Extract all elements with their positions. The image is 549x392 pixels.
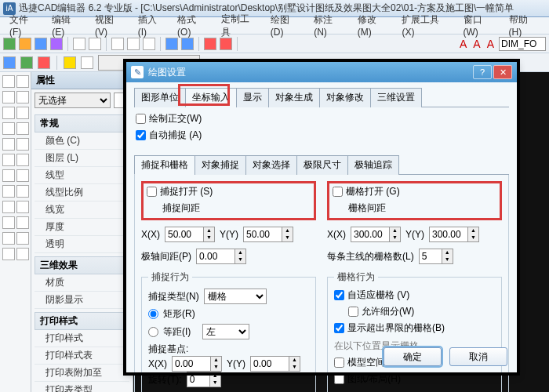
menu-window[interactable]: 窗口(W)	[457, 12, 503, 39]
redo-icon[interactable]	[181, 38, 194, 50]
menu-help[interactable]: 帮助(H)	[503, 12, 546, 39]
chk-snap-on[interactable]: 捕捉打开 (S)	[147, 185, 311, 198]
line-icon[interactable]	[2, 75, 15, 88]
layer-mgr-icon[interactable]	[20, 56, 33, 69]
dialog-title-bar[interactable]: ✎ 绘图设置 ? ✕	[126, 62, 517, 82]
subtab-limits[interactable]: 极限尺寸	[296, 155, 348, 175]
chk-adaptive[interactable]: 自适应栅格 (V)	[334, 289, 495, 302]
copy2-icon[interactable]	[16, 201, 29, 213]
subtab-osnap[interactable]: 对象捕捉	[195, 155, 246, 175]
point-icon[interactable]	[16, 122, 29, 135]
menu-draw[interactable]: 绘图(D)	[264, 12, 307, 39]
open-icon[interactable]	[19, 38, 31, 50]
iso-dir-select[interactable]: 左	[202, 324, 249, 339]
prop-plot-type[interactable]: 打印表类型	[35, 382, 129, 392]
grid-major-spin[interactable]: ▲▼	[419, 249, 453, 264]
polar-dist-spin[interactable]: ▲▼	[196, 249, 246, 264]
undo-icon[interactable]	[165, 38, 178, 50]
scale-icon[interactable]	[16, 216, 29, 229]
menu-insert[interactable]: 插入(I)	[132, 12, 171, 39]
prop-plot-attach[interactable]: 打印表附加至	[35, 365, 129, 382]
prop-color[interactable]: 颜色 (C)	[35, 132, 129, 150]
help-button[interactable]: ?	[473, 65, 492, 79]
radio-iso[interactable]	[148, 327, 158, 337]
menu-edit[interactable]: 编辑(E)	[45, 12, 89, 39]
delete-icon[interactable]	[204, 38, 216, 50]
base-y-spin[interactable]: ▲▼	[250, 356, 300, 372]
tab-coord-input[interactable]: 坐标输入	[185, 88, 237, 107]
prop-linetype[interactable]: 线型	[35, 167, 129, 184]
layers-icon[interactable]	[3, 56, 16, 69]
prop-lt-scale[interactable]: 线型比例	[35, 184, 129, 201]
text-a-icon[interactable]: A	[458, 38, 468, 50]
close-button[interactable]: ✕	[493, 65, 512, 79]
preview-icon[interactable]	[89, 38, 101, 50]
text-icon[interactable]	[16, 138, 29, 151]
menu-modify[interactable]: 修改(M)	[351, 12, 396, 39]
text-a2-icon[interactable]: A	[471, 38, 482, 50]
mirror-icon[interactable]	[2, 232, 15, 245]
group-general[interactable]: 常规	[35, 114, 129, 132]
prop-thickness[interactable]: 厚度	[35, 219, 129, 236]
cancel-button[interactable]: 取消	[449, 347, 507, 366]
offset-icon[interactable]	[16, 232, 29, 245]
subtab-select[interactable]: 对象选择	[245, 155, 297, 175]
chk-autosnap[interactable]: 自动捕捉 (A)	[136, 129, 507, 142]
copy-icon[interactable]	[127, 38, 140, 50]
style-input[interactable]	[499, 37, 546, 51]
menu-custom[interactable]: 定制工具	[215, 11, 264, 41]
polyline-icon[interactable]	[16, 75, 29, 88]
grid-x-spin[interactable]: ▲▼	[351, 227, 401, 242]
snap-type-select[interactable]: 栅格	[204, 289, 267, 304]
menu-ext[interactable]: 扩展工具(X)	[395, 12, 456, 39]
saveall-icon[interactable]	[50, 38, 63, 50]
tab-units[interactable]: 图形单位	[134, 88, 186, 107]
prop-transparency[interactable]: 透明	[35, 236, 129, 253]
extend-icon[interactable]	[16, 248, 29, 260]
tab-obj-modify[interactable]: 对象修改	[319, 88, 371, 107]
leader-icon[interactable]	[16, 185, 29, 198]
paste-icon[interactable]	[143, 38, 155, 50]
arc-icon[interactable]	[2, 107, 15, 119]
ok-button[interactable]: 确定	[384, 347, 442, 366]
prop-material[interactable]: 材质	[35, 274, 129, 292]
prop-plot-style[interactable]: 打印样式	[35, 330, 129, 347]
prop-shadow[interactable]: 阴影显示	[35, 292, 129, 309]
menu-view[interactable]: 视图(V)	[89, 12, 132, 39]
group-3d[interactable]: 三维效果	[35, 256, 129, 274]
grid-y-spin[interactable]: ▲▼	[429, 227, 479, 242]
subtab-polar[interactable]: 极轴追踪	[347, 155, 399, 175]
group-plot[interactable]: 打印样式	[35, 312, 129, 330]
block-icon[interactable]	[16, 154, 29, 166]
menu-dim[interactable]: 标注(N)	[307, 12, 351, 39]
tab-obj-create[interactable]: 对象生成	[268, 88, 320, 107]
snap-y-spin[interactable]: ▲▼	[243, 227, 293, 242]
chk-sheet[interactable]: 图纸/布局(H)	[334, 372, 495, 386]
menu-format[interactable]: 格式(O)	[171, 12, 215, 39]
mtext-icon[interactable]	[2, 154, 15, 166]
circle-icon[interactable]	[16, 91, 29, 103]
chk-grid-on[interactable]: 栅格打开 (G)	[333, 185, 496, 198]
tab-display[interactable]: 显示	[236, 88, 269, 107]
chk-outside[interactable]: 显示超出界限的栅格(B)	[334, 321, 495, 335]
tab-3d[interactable]: 三维设置	[370, 88, 422, 107]
freeze-icon[interactable]	[38, 56, 50, 69]
print-icon[interactable]	[73, 38, 85, 50]
base-x-spin[interactable]: ▲▼	[172, 356, 222, 372]
prop-lineweight[interactable]: 线宽	[35, 201, 129, 219]
chk-ortho[interactable]: 绘制正交(W)	[136, 112, 507, 125]
dim-icon[interactable]	[2, 185, 15, 198]
hatch-icon[interactable]	[2, 138, 15, 151]
prop-layer[interactable]: 图层 (L)	[35, 150, 129, 167]
menu-file[interactable]: 文件(F)	[3, 12, 45, 39]
text-a3-icon[interactable]: A	[485, 38, 496, 50]
radio-rect[interactable]	[148, 309, 158, 319]
save-icon[interactable]	[35, 38, 47, 50]
snap-x-spin[interactable]: ▲▼	[165, 227, 215, 242]
selection-filter[interactable]: 无选择	[35, 93, 111, 108]
spline-icon[interactable]	[2, 122, 15, 135]
move-icon[interactable]	[2, 201, 15, 213]
rotate-spin[interactable]: ▲▼	[187, 372, 221, 387]
lock-icon[interactable]	[81, 56, 93, 69]
cut-icon[interactable]	[111, 38, 124, 50]
